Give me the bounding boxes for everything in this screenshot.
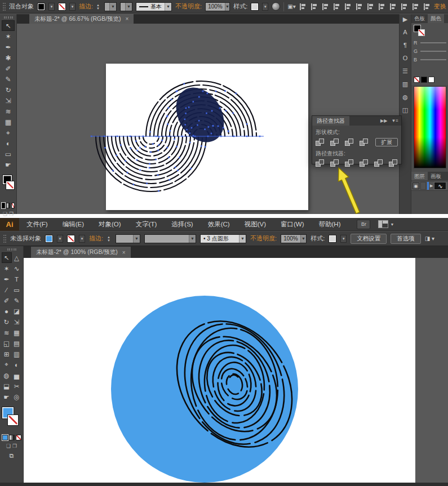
pencil-tool-icon[interactable]: ✎	[2, 74, 15, 84]
canvas-area[interactable]	[24, 258, 448, 483]
width-tool-icon[interactable]: ≋	[2, 327, 12, 338]
symbol-sprayer-tool-icon[interactable]: ◍	[2, 370, 12, 381]
align-bottom-icon[interactable]	[356, 3, 363, 10]
selection-tool-icon[interactable]: ↖	[2, 20, 15, 31]
pen-tool-icon[interactable]: ✒	[2, 42, 15, 52]
scale-tool-icon[interactable]: ⇲	[12, 316, 22, 327]
lasso-tool-icon[interactable]: ∿	[12, 263, 22, 274]
distribute-top-icon[interactable]	[367, 3, 374, 10]
column-graph-tool-icon[interactable]: ▅	[12, 370, 22, 381]
width-tool-icon[interactable]: ≋	[2, 106, 15, 117]
color-spectrum[interactable]	[414, 86, 446, 168]
layer-row[interactable]: ◉ ▶ ∿	[411, 181, 448, 191]
divide-icon[interactable]	[316, 159, 325, 167]
info-panel-icon[interactable]: ▶	[403, 16, 407, 23]
style-dropdown-arrow-icon[interactable]: ▾	[340, 235, 347, 243]
pathfinder-panel-header[interactable]: 路径查找器 ▶▶ ▼≡	[312, 116, 401, 126]
stroke-weight-dropdown[interactable]: ▼	[104, 2, 117, 11]
tab-swatches[interactable]: 色板	[411, 14, 428, 23]
style-dropdown-arrow-icon[interactable]: ▾	[262, 3, 268, 11]
screen-mode-icon[interactable]: ⧉	[1, 452, 22, 460]
slice-tool-icon[interactable]: ✂	[12, 381, 22, 391]
panel-menu-icon[interactable]: ▼≡	[391, 118, 398, 123]
opacity-label[interactable]: 不透明度:	[175, 2, 202, 11]
character-panel-icon[interactable]: A	[403, 29, 407, 35]
opacity-label[interactable]: 不透明度:	[250, 234, 277, 243]
document-setup-button[interactable]: 文档设置	[351, 234, 387, 244]
symbols-panel-icon[interactable]: ◍	[402, 93, 408, 100]
workspace-switcher[interactable]: ▼	[378, 220, 394, 228]
intersect-icon[interactable]	[345, 139, 354, 146]
perspective-grid-tool-icon[interactable]: ▤	[12, 338, 22, 349]
opacity-dropdown[interactable]: 100%▼	[281, 234, 307, 243]
fill-stroke-indicator[interactable]	[1, 407, 22, 433]
minus-back-icon[interactable]	[389, 159, 398, 167]
align-middle-v-icon[interactable]	[344, 3, 352, 10]
rectangle-tool-icon[interactable]: ▭	[12, 284, 22, 295]
rotate-tool-icon[interactable]: ↻	[2, 84, 15, 95]
eyedropper-tool-icon[interactable]: ⌖	[2, 127, 15, 138]
panel-grip-icon[interactable]	[7, 248, 16, 251]
menu-item-4[interactable]: 选择(S)	[164, 218, 200, 231]
align-right-icon[interactable]	[322, 3, 329, 10]
none-chip[interactable]	[414, 77, 420, 83]
layer-lock-cell[interactable]	[420, 182, 426, 190]
panel-grip-icon[interactable]	[3, 3, 6, 11]
mesh-tool-icon[interactable]: ▦	[2, 117, 15, 127]
blob-brush-tool-icon[interactable]: ●	[2, 306, 12, 316]
stroke-weight-label[interactable]: 描边:	[79, 2, 93, 11]
blend-tool-icon[interactable]: ◐	[12, 359, 22, 370]
menu-item-1[interactable]: 编辑(E)	[55, 218, 91, 231]
outline-icon[interactable]	[374, 159, 384, 167]
tab-artboards[interactable]: 画板	[428, 172, 444, 180]
stroke-color-swatch[interactable]	[67, 235, 75, 243]
paragraph-panel-icon[interactable]: ¶	[403, 42, 407, 48]
mesh-tool-icon[interactable]: ⊞	[2, 349, 12, 359]
stroke-color-swatch[interactable]	[58, 3, 66, 11]
menu-item-3[interactable]: 文字(T)	[128, 218, 165, 231]
menu-item-7[interactable]: 窗口(W)	[273, 218, 312, 231]
eyedropper-tool-icon[interactable]: ⌖	[2, 359, 12, 370]
menu-item-0[interactable]: 文件(F)	[19, 218, 55, 231]
unite-icon[interactable]	[316, 139, 325, 146]
style-swatch[interactable]	[329, 235, 336, 243]
stroke-panel-icon[interactable]: ☰	[402, 68, 408, 74]
close-tab-icon[interactable]: ×	[126, 16, 129, 22]
distribute-right-icon[interactable]	[423, 3, 431, 10]
opacity-dropdown[interactable]: 100%▼	[205, 2, 230, 11]
b-slider[interactable]	[420, 59, 446, 60]
transform-link[interactable]: 变换	[434, 2, 446, 11]
layer-visibility-eye-icon[interactable]: ◉	[412, 182, 419, 189]
expand-button[interactable]: 扩展	[375, 138, 398, 146]
menu-item-8[interactable]: 帮助(H)	[312, 218, 348, 231]
distribute-middle-icon[interactable]	[378, 3, 385, 10]
bridge-button[interactable]: Br	[357, 220, 370, 229]
r-slider[interactable]	[420, 42, 446, 43]
tab-layers[interactable]: 图层	[411, 172, 428, 180]
document-tab[interactable]: 未标题-2* @ 66.67% (RGB/预览) ×	[29, 14, 134, 24]
draw-behind-icon[interactable]: ❐	[12, 443, 17, 449]
layer-thumbnail[interactable]: ∿	[434, 182, 446, 190]
stroke-dropdown-arrow-icon[interactable]: ▾	[69, 3, 76, 11]
magic-wand-tool-icon[interactable]: ✶	[2, 263, 12, 274]
pages-panel-icon[interactable]: ◫	[402, 106, 408, 113]
hand-tool-icon[interactable]: ☛	[2, 391, 12, 402]
menu-item-6[interactable]: 视图(V)	[237, 218, 273, 231]
layer-expand-icon[interactable]: ▶	[430, 184, 433, 188]
color-button[interactable]	[2, 435, 8, 440]
free-transform-tool-icon[interactable]: ▦	[12, 327, 22, 338]
g-slider[interactable]	[420, 51, 446, 52]
color-button[interactable]	[2, 203, 5, 208]
stroke-proxy[interactable]	[418, 29, 425, 36]
line-tool-icon[interactable]: ∕	[2, 284, 12, 295]
close-tab-icon[interactable]: ×	[122, 249, 126, 256]
draw-normal-icon[interactable]: ❏	[3, 211, 7, 217]
minus-front-icon[interactable]	[330, 139, 340, 146]
pathfinder-panel-tab[interactable]: 路径查找器	[312, 116, 349, 126]
gradient-tool-icon[interactable]: ▥	[12, 349, 22, 359]
stroke-weight-dropdown[interactable]: ▼	[116, 234, 140, 243]
panel-grip-icon[interactable]	[3, 235, 6, 243]
align-to-selection-icon[interactable]: ▣▾	[287, 3, 295, 10]
document-tab[interactable]: 未标题-2* @ 100% (RGB/预览) ×	[31, 247, 131, 258]
preferences-button[interactable]: 首选项	[391, 234, 421, 244]
